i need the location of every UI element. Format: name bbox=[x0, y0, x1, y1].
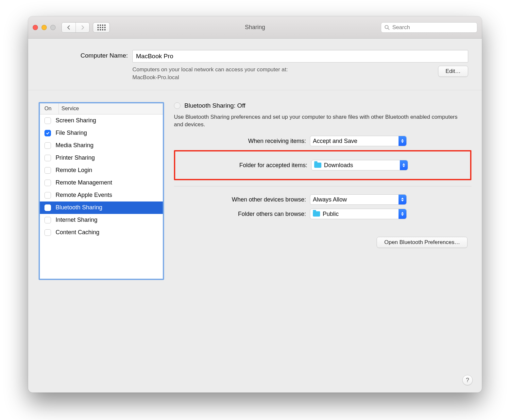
divider bbox=[174, 186, 471, 186]
service-row[interactable]: Internet Sharing bbox=[40, 214, 163, 226]
accepted-folder-row: Folder for accepted items: Downloads bbox=[175, 160, 467, 170]
toolbar: Sharing bbox=[28, 16, 482, 39]
service-row[interactable]: Media Sharing bbox=[40, 139, 163, 152]
browse-folder-label: Folder others can browse: bbox=[174, 211, 310, 218]
service-label: Remote Apple Events bbox=[56, 192, 112, 199]
when-browse-label: When other devices browse: bbox=[174, 196, 310, 203]
service-label: Bluetooth Sharing bbox=[56, 204, 102, 211]
open-bluetooth-prefs-button[interactable]: Open Bluetooth Preferences… bbox=[377, 237, 468, 248]
browse-folder-popup[interactable]: Public bbox=[310, 209, 407, 219]
chevron-updown-icon bbox=[400, 160, 408, 170]
when-browse-value: Always Allow bbox=[313, 196, 347, 203]
nav-back-forward bbox=[61, 22, 90, 33]
folder-icon bbox=[313, 211, 320, 217]
chevron-updown-icon bbox=[399, 136, 406, 146]
when-receiving-value: Accept and Save bbox=[313, 138, 357, 145]
highlighted-accepted-folder-row: Folder for accepted items: Downloads bbox=[174, 150, 471, 180]
computer-name-label: Computer Name: bbox=[42, 50, 128, 59]
service-checkbox[interactable] bbox=[44, 192, 51, 199]
service-checkbox[interactable] bbox=[44, 142, 51, 149]
help-button[interactable]: ? bbox=[462, 375, 473, 385]
when-receiving-label: When receiving items: bbox=[174, 138, 310, 145]
when-browse-popup[interactable]: Always Allow bbox=[310, 194, 407, 205]
back-button[interactable] bbox=[62, 23, 76, 32]
service-checkbox[interactable] bbox=[44, 130, 51, 136]
service-row[interactable]: Screen Sharing bbox=[40, 114, 163, 127]
chevron-updown-icon bbox=[399, 209, 406, 219]
service-label: Internet Sharing bbox=[56, 217, 97, 223]
computer-name-desc: Computers on your local network can acce… bbox=[132, 66, 433, 81]
service-checkbox[interactable] bbox=[44, 229, 51, 236]
status-radio bbox=[174, 102, 180, 109]
close-window-button[interactable] bbox=[33, 25, 38, 30]
service-row[interactable]: Remote Apple Events bbox=[40, 189, 163, 201]
browse-folder-value: Public bbox=[323, 211, 339, 218]
computer-name-input[interactable] bbox=[132, 50, 468, 62]
when-browse-row: When other devices browse: Always Allow bbox=[174, 194, 471, 205]
service-status: Bluetooth Sharing: Off bbox=[184, 102, 246, 109]
svg-point-0 bbox=[385, 25, 388, 28]
accepted-folder-value: Downloads bbox=[324, 162, 353, 169]
service-row[interactable]: Bluetooth Sharing bbox=[40, 201, 163, 214]
search-field[interactable] bbox=[381, 22, 477, 33]
service-checkbox[interactable] bbox=[44, 204, 51, 211]
svg-line-1 bbox=[388, 28, 390, 30]
service-row[interactable]: Printer Sharing bbox=[40, 152, 163, 164]
edit-hostname-button[interactable]: Edit… bbox=[438, 66, 468, 77]
service-label: Remote Login bbox=[56, 167, 92, 174]
service-checkbox[interactable] bbox=[44, 117, 51, 124]
service-checkbox[interactable] bbox=[44, 155, 51, 161]
folder-icon bbox=[314, 163, 321, 168]
when-receiving-row: When receiving items: Accept and Save bbox=[174, 136, 471, 146]
service-checkbox[interactable] bbox=[44, 167, 51, 174]
service-row[interactable]: Remote Login bbox=[40, 164, 163, 177]
show-all-prefs-button[interactable] bbox=[93, 22, 110, 33]
when-receiving-popup[interactable]: Accept and Save bbox=[310, 136, 407, 146]
chevron-updown-icon bbox=[399, 195, 406, 204]
service-label: Content Caching bbox=[56, 229, 99, 236]
services-header-on: On bbox=[40, 103, 59, 114]
computer-name-section: Computer Name: Computers on your local n… bbox=[28, 39, 482, 90]
forward-button[interactable] bbox=[76, 23, 89, 32]
service-label: Media Sharing bbox=[56, 142, 94, 149]
service-label: Printer Sharing bbox=[56, 154, 95, 161]
service-row[interactable]: Remote Management bbox=[40, 177, 163, 189]
search-input[interactable] bbox=[392, 24, 474, 31]
service-label: File Sharing bbox=[56, 130, 87, 136]
service-row[interactable]: File Sharing bbox=[40, 127, 163, 139]
accepted-folder-popup[interactable]: Downloads bbox=[311, 160, 408, 170]
service-checkbox[interactable] bbox=[44, 217, 51, 223]
services-header: On Service bbox=[40, 103, 163, 114]
zoom-window-button[interactable] bbox=[50, 25, 56, 30]
service-detail: Bluetooth Sharing: Off Use Bluetooth Sha… bbox=[174, 102, 471, 280]
sharing-prefpane-window: Sharing Computer Name: Computers on your… bbox=[28, 16, 482, 393]
service-description: Use Bluetooth Sharing preferences and se… bbox=[174, 113, 471, 129]
accepted-folder-label: Folder for accepted items: bbox=[175, 162, 311, 169]
service-row[interactable]: Content Caching bbox=[40, 226, 163, 239]
services-list[interactable]: On Service Screen SharingFile SharingMed… bbox=[39, 102, 164, 280]
service-checkbox[interactable] bbox=[44, 180, 51, 186]
service-label: Screen Sharing bbox=[56, 117, 96, 124]
minimize-window-button[interactable] bbox=[42, 25, 47, 30]
service-label: Remote Management bbox=[56, 179, 112, 186]
main-content: On Service Screen SharingFile SharingMed… bbox=[28, 90, 482, 289]
window-controls bbox=[33, 25, 56, 30]
search-icon bbox=[384, 25, 390, 30]
browse-folder-row: Folder others can browse: Public bbox=[174, 209, 471, 219]
grid-icon bbox=[97, 25, 106, 30]
services-header-service: Service bbox=[59, 103, 163, 114]
